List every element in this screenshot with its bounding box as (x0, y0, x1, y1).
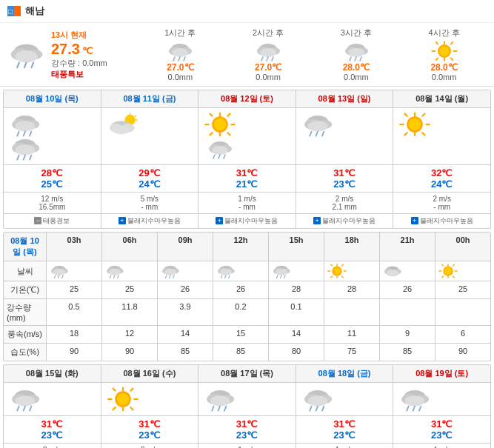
hour-label-1: 1시간 후 (164, 27, 196, 39)
header-title: 해남 (25, 4, 44, 18)
alert-5: +블래지수마우높음 (393, 214, 490, 228)
current-temp-unit: ℃ (82, 45, 93, 56)
fiveday-icon-5 (393, 108, 490, 164)
wind-rain-3: 1 m/s- mm (198, 193, 296, 213)
hour-rain-1: 0.0mm (168, 73, 193, 81)
hourly-rain-label: 강수량(mm) (4, 299, 47, 325)
hour-temp-2: 27.0℃ (255, 62, 281, 73)
forecast-hour-2: 2시간 후 27.0℃ 0.0mm (224, 27, 313, 81)
fiveday-temp-5: 32℃ 24℃ (393, 165, 490, 192)
hourly-wx-15h (269, 261, 324, 281)
svg-text:□: □ (8, 7, 13, 16)
fiveday-icon-1 (4, 108, 101, 164)
forecast-hour-3: 3시간 후 28.0℃ 0.0mm (313, 27, 401, 81)
hour-temp-3: 28.0℃ (343, 62, 370, 73)
hourly-rain-row: 강수량(mm) 0.5 11.8 3.9 0.2 0.1 (4, 299, 490, 326)
hourly-date-label: 08월 10일 (목) (4, 233, 47, 261)
bottom-temps: 31℃ 23℃ 31℃ 23℃ 31℃ 23℃ 31℃ 23℃ 31℃ 23℃ (4, 416, 490, 444)
day-header-5: 08월 14일 (월) (393, 90, 490, 107)
hourly-detail-section: 08월 10일 (목) 03h 06h 09h 12h 15h 18h 21h … (3, 232, 491, 361)
fiveday-header: 08월 10일 (목) 08월 11일 (금) 08월 12일 (토) 08월 … (4, 90, 490, 108)
hourly-wind-row: 풍속(m/s) 18 12 14 15 14 11 9 6 (4, 326, 490, 344)
wind-rain-2: 5 m/s- mm (101, 193, 199, 213)
current-weather-icon (6, 38, 47, 71)
fiveday-icon-3 (198, 108, 296, 164)
time-18h: 18h (324, 233, 380, 261)
hourly-temp-row: 기온(℃) 25 25 26 26 28 28 26 25 (4, 281, 490, 299)
alert-1: −태풍경보 (4, 214, 101, 228)
hour-temp-4: 28.0℃ (430, 62, 457, 73)
time-09h: 09h (158, 233, 213, 261)
day-header-4: 08월 13일 (일) (296, 90, 394, 107)
time-06h: 06h (102, 233, 158, 261)
header: □ 해남 (0, 0, 494, 23)
fiveday-icon-4 (296, 108, 394, 164)
hour-label-2: 2시간 후 (253, 27, 284, 39)
bottom-fiveday-header: 08월 15일 (화) 08월 16일 (수) 08월 17일 (목) 08월 … (4, 365, 490, 383)
current-temp: 27.3 (51, 41, 80, 57)
hourly-humid-label: 습도(%) (4, 344, 47, 361)
hourly-wx-03h (47, 261, 102, 281)
wind-rain-4: 2 m/s2.1 mm (296, 193, 394, 213)
alert-4: +블래지수마우높음 (296, 214, 394, 228)
hour-rain-3: 0.0mm (344, 73, 369, 81)
hour-rain-2: 0.0mm (256, 73, 281, 81)
hourly-wind-label: 풍속(m/s) (4, 326, 47, 343)
current-temp-display: 27.3 ℃ (51, 41, 136, 58)
hourly-temp-label: 기온(℃) (4, 281, 47, 298)
header-icon: □ (7, 6, 21, 16)
hourly-forecast: 1시간 후 27.0℃ 0.0mm 2시간 후 27.0℃ 0.0mm 3시간 … (136, 27, 488, 81)
fiveday-temps: 28℃ 25℃ 29℃ 24℃ 31℃ 21℃ 31℃ 23℃ 32℃ 24℃ (4, 165, 490, 193)
hourly-wx-06h (102, 261, 158, 281)
hourly-wx-09h (158, 261, 213, 281)
time-12h: 12h (213, 233, 269, 261)
hour-label-3: 3시간 후 (341, 27, 372, 39)
alert-2: +블래지수마우높음 (101, 214, 199, 228)
day-header-1: 08월 10일 (목) (4, 90, 101, 107)
hour-temp-1: 27.0℃ (167, 62, 193, 73)
hourly-humid-row: 습도(%) 90 90 85 85 80 75 85 90 (4, 344, 490, 361)
hourly-wx-12h (213, 261, 269, 281)
fiveday-temp-4: 31℃ 23℃ (296, 165, 394, 192)
wind-rain-1: 12 m/s16.5mm (4, 193, 101, 213)
wind-rain-5: 2 m/s- mm (393, 193, 490, 213)
svg-rect-39 (14, 6, 21, 16)
bottom-wind-rain: 2 m/s1 mm 2 m/s- mm 1 m/s2 mm 1 m/s2.2 m… (4, 444, 490, 448)
hourly-header: 08월 10일 (목) 03h 06h 09h 12h 15h 18h 21h … (4, 233, 490, 261)
fiveday-temp-1: 28℃ 25℃ (4, 165, 101, 192)
alert-3: +블래지수마우높음 (198, 214, 296, 228)
bottom-fiveday-section: 08월 15일 (화) 08월 16일 (수) 08월 17일 (목) 08월 … (3, 364, 491, 448)
hour-label-4: 4시간 후 (429, 27, 460, 39)
time-21h: 21h (380, 233, 435, 261)
fiveday-alerts: −태풍경보 +블래지수마우높음 +블래지수마우높음 +블래지수마우높음 +블래지… (4, 214, 490, 228)
hourly-weather-row: 날씨 (4, 261, 490, 281)
current-alert: 태풍특보 (51, 69, 136, 80)
current-rain: 강수량 : 0.0mm (51, 58, 136, 69)
forecast-hour-4: 4시간 후 28.0℃ 0.0mm (400, 27, 488, 81)
day-header-2: 08월 11일 (금) (101, 90, 199, 107)
fiveday-icon-2 (101, 108, 199, 164)
fiveday-temp-2: 29℃ 24℃ (101, 165, 199, 192)
time-00h: 00h (435, 233, 490, 261)
time-15h: 15h (269, 233, 324, 261)
fiveday-temp-3: 31℃ 21℃ (198, 165, 296, 192)
hourly-wx-21h (380, 261, 435, 281)
hourly-wx-18h (324, 261, 380, 281)
forecast-hour-1: 1시간 후 27.0℃ 0.0mm (136, 27, 224, 81)
time-03h: 03h (47, 233, 102, 261)
fiveday-section: 08월 10일 (목) 08월 11일 (금) 08월 12일 (토) 08월 … (3, 90, 491, 229)
fiveday-icons (4, 108, 490, 165)
hour-rain-4: 0.0mm (432, 73, 457, 81)
hourly-weather-label: 날씨 (4, 261, 47, 281)
current-info: 13시 현재 27.3 ℃ 강수량 : 0.0mm 태풍특보 (51, 30, 136, 80)
hourly-wx-00h (435, 261, 490, 281)
fiveday-wind-rain: 12 m/s16.5mm 5 m/s- mm 1 m/s- mm 2 m/s2.… (4, 193, 490, 214)
bottom-icons (4, 383, 490, 416)
day-header-3: 08월 12일 (토) (198, 90, 296, 107)
current-time: 13시 현재 (51, 30, 136, 41)
current-section: 13시 현재 27.3 ℃ 강수량 : 0.0mm 태풍특보 1시간 후 27.… (0, 23, 494, 87)
